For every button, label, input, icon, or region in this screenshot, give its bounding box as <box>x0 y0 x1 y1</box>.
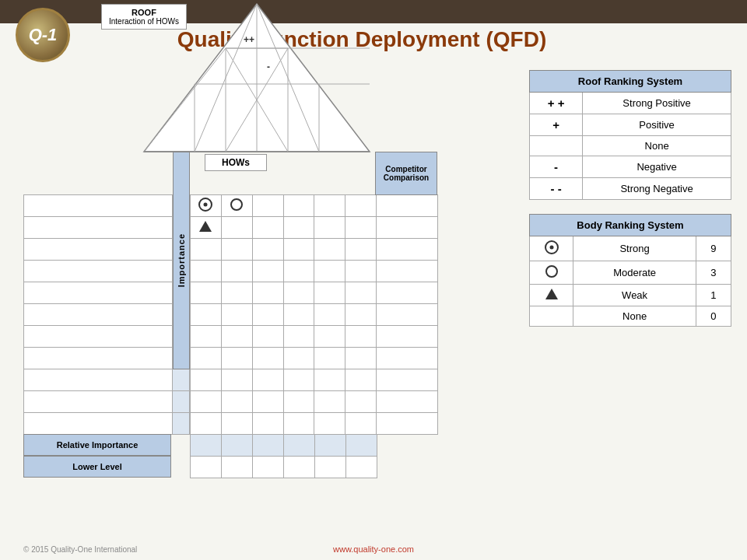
grid-cell[interactable] <box>314 282 345 304</box>
ll-table <box>190 456 377 478</box>
whats-cell <box>24 239 173 261</box>
grid-cell[interactable] <box>345 195 377 217</box>
grid-cell[interactable] <box>314 413 345 435</box>
grid-cell[interactable] <box>345 239 377 261</box>
grid-cell[interactable] <box>252 391 283 413</box>
grid-cell[interactable] <box>252 261 283 282</box>
grid-cell[interactable] <box>191 369 222 391</box>
roof-ranking-title: Roof Ranking System <box>530 71 731 93</box>
grid-cell[interactable] <box>345 391 377 413</box>
grid-cell[interactable] <box>283 413 314 435</box>
grid-cell[interactable] <box>283 391 314 413</box>
grid-cell[interactable] <box>221 239 252 261</box>
grid-cell[interactable] <box>314 369 345 391</box>
grid-cell[interactable] <box>345 348 377 369</box>
table-row <box>376 217 438 239</box>
grid-cell[interactable] <box>283 195 314 217</box>
grid-cell[interactable] <box>314 195 345 217</box>
grid-cell[interactable] <box>252 217 283 239</box>
grid-cell[interactable] <box>191 239 222 261</box>
grid-cell[interactable] <box>191 413 222 435</box>
grid-cell[interactable] <box>221 217 252 239</box>
grid-cell[interactable] <box>252 282 283 304</box>
cc-cell[interactable] <box>376 391 438 413</box>
ri-cell[interactable] <box>284 435 315 457</box>
ri-cell[interactable] <box>253 435 284 457</box>
ll-cell[interactable] <box>191 457 222 478</box>
table-row <box>24 391 190 413</box>
cc-cell[interactable] <box>376 348 438 369</box>
grid-cell[interactable] <box>191 391 222 413</box>
ll-cell[interactable] <box>222 457 253 478</box>
cc-cell[interactable] <box>376 195 438 217</box>
grid-cell[interactable] <box>221 348 252 369</box>
table-row <box>376 391 438 413</box>
grid-cell[interactable] <box>283 326 314 348</box>
grid-cell[interactable] <box>345 326 377 348</box>
grid-body <box>190 194 377 435</box>
grid-cell[interactable] <box>252 195 283 217</box>
cc-cell[interactable] <box>376 326 438 348</box>
grid-cell[interactable] <box>221 391 252 413</box>
grid-cell[interactable] <box>252 304 283 326</box>
grid-cell[interactable] <box>221 369 252 391</box>
grid-cell[interactable] <box>314 261 345 282</box>
grid-cell[interactable] <box>221 413 252 435</box>
grid-cell[interactable] <box>221 282 252 304</box>
grid-cell[interactable] <box>314 217 345 239</box>
cc-cell[interactable] <box>376 369 438 391</box>
grid-cell[interactable] <box>283 239 314 261</box>
ri-cell[interactable] <box>315 435 346 457</box>
grid-cell[interactable] <box>252 348 283 369</box>
grid-cell[interactable] <box>221 261 252 282</box>
grid-cell[interactable] <box>283 261 314 282</box>
grid-cell[interactable] <box>191 326 222 348</box>
grid-cell[interactable] <box>283 217 314 239</box>
grid-cell[interactable] <box>191 282 222 304</box>
grid-cell[interactable] <box>345 369 377 391</box>
grid-cell[interactable] <box>252 369 283 391</box>
grid-cell[interactable] <box>283 282 314 304</box>
grid-cell[interactable] <box>221 304 252 326</box>
grid-cell[interactable] <box>314 326 345 348</box>
whats-cell <box>24 326 173 348</box>
grid-cell[interactable] <box>191 195 222 217</box>
ll-cell[interactable] <box>346 457 377 478</box>
ri-cell[interactable] <box>191 435 222 457</box>
grid-cell[interactable] <box>221 195 252 217</box>
strong-icon <box>545 240 559 254</box>
grid-cell[interactable] <box>345 282 377 304</box>
grid-cell[interactable] <box>191 217 222 239</box>
cc-cell[interactable] <box>376 217 438 239</box>
grid-cell[interactable] <box>345 217 377 239</box>
grid-cell[interactable] <box>191 261 222 282</box>
cc-cell[interactable] <box>376 413 438 435</box>
ll-cell[interactable] <box>315 457 346 478</box>
grid-cell[interactable] <box>283 304 314 326</box>
grid-cell[interactable] <box>345 304 377 326</box>
whats-table <box>23 194 190 435</box>
cc-cell[interactable] <box>376 282 438 304</box>
grid-cell[interactable] <box>314 304 345 326</box>
grid-cell[interactable] <box>283 369 314 391</box>
cc-cell[interactable] <box>376 261 438 282</box>
cc-cell[interactable] <box>376 304 438 326</box>
ll-cell[interactable] <box>284 457 315 478</box>
grid-cell[interactable] <box>191 304 222 326</box>
grid-cell[interactable] <box>221 326 252 348</box>
cc-cell[interactable] <box>376 239 438 261</box>
grid-cell[interactable] <box>283 348 314 369</box>
grid-cell[interactable] <box>252 413 283 435</box>
grid-cell[interactable] <box>314 239 345 261</box>
grid-cell[interactable] <box>252 326 283 348</box>
ri-cell[interactable] <box>222 435 253 457</box>
ri-cell[interactable] <box>346 435 377 457</box>
grid-cell[interactable] <box>314 348 345 369</box>
grid-cell[interactable] <box>314 391 345 413</box>
ll-cell[interactable] <box>253 457 284 478</box>
grid-cell[interactable] <box>191 348 222 369</box>
table-row <box>376 348 438 369</box>
grid-cell[interactable] <box>345 413 377 435</box>
grid-cell[interactable] <box>252 239 283 261</box>
grid-cell[interactable] <box>345 261 377 282</box>
